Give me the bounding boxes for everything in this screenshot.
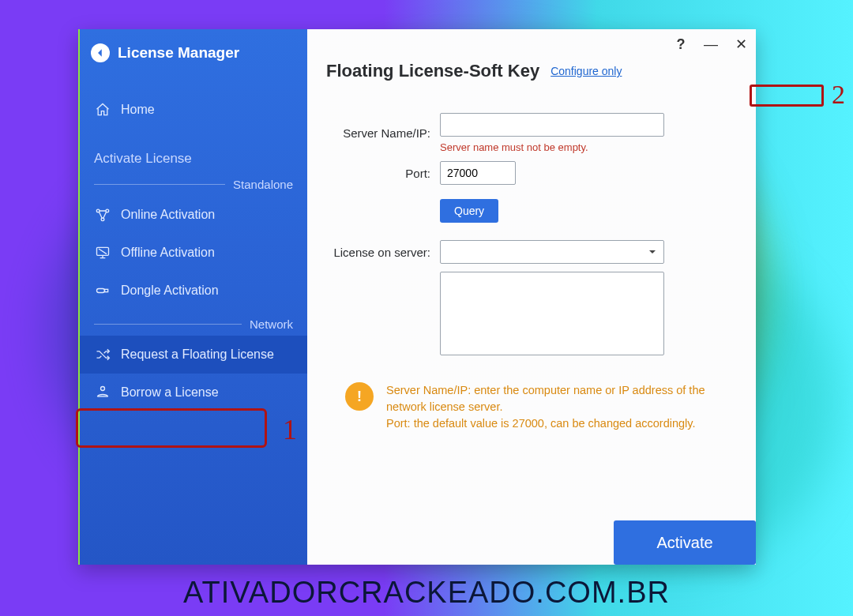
divider-label: Standalone: [233, 178, 293, 191]
usb-dongle-icon: [94, 283, 111, 299]
license-manager-window: License Manager Home Activate License St…: [78, 29, 756, 565]
hint-line-1: Server Name/IP: enter the computer name …: [386, 382, 743, 415]
chevron-down-icon: [648, 246, 657, 259]
svg-point-6: [101, 387, 105, 391]
port-label: Port:: [326, 167, 430, 180]
sidebar-item-label: Online Activation: [121, 208, 215, 222]
sidebar: License Manager Home Activate License St…: [80, 29, 307, 565]
sidebar-item-online-activation[interactable]: Online Activation: [80, 196, 307, 234]
main-pane: ? — ✕ Floating License-Soft Key Configur…: [307, 29, 756, 565]
window-controls: ? — ✕: [674, 37, 748, 51]
license-detail-box: [440, 272, 664, 355]
query-button[interactable]: Query: [440, 199, 498, 223]
help-button[interactable]: ?: [674, 37, 688, 51]
hint-line-2: Port: the default value is 27000, can be…: [386, 415, 743, 432]
annotation-number-1: 1: [283, 413, 297, 446]
network-icon: [94, 207, 111, 223]
license-select[interactable]: [440, 240, 664, 264]
sidebar-item-dongle-activation[interactable]: Dongle Activation: [80, 272, 307, 310]
home-icon: [94, 102, 111, 118]
sidebar-item-home[interactable]: Home: [80, 91, 307, 129]
sidebar-item-label: Dongle Activation: [121, 284, 219, 298]
svg-rect-5: [105, 289, 108, 291]
sidebar-divider-standalone: Standalone: [80, 170, 307, 196]
sidebar-divider-network: Network: [80, 310, 307, 336]
page-title: Floating License-Soft Key: [326, 61, 539, 81]
back-icon[interactable]: [91, 43, 110, 62]
sidebar-item-label: Request a Floating License: [121, 347, 274, 362]
sidebar-item-label: Home: [121, 103, 155, 117]
hand-give-icon: [94, 385, 111, 400]
server-label: Server Name/IP:: [326, 126, 430, 140]
sidebar-item-request-floating[interactable]: Request a Floating License: [80, 336, 307, 374]
monitor-off-icon: [94, 245, 111, 261]
sidebar-header: License Manager: [80, 43, 307, 80]
activation-form: Server Name/IP: Server name must not be …: [307, 85, 756, 355]
sidebar-item-borrow-license[interactable]: Borrow a License: [80, 374, 307, 411]
license-on-server-label: License on server:: [326, 246, 430, 259]
info-warning-icon: !: [345, 382, 374, 411]
minimize-button[interactable]: —: [704, 37, 718, 51]
configure-only-link[interactable]: Configure only: [546, 64, 626, 78]
activate-button[interactable]: Activate: [614, 520, 756, 565]
sidebar-item-label: Offline Activation: [121, 246, 215, 260]
close-button[interactable]: ✕: [734, 37, 748, 51]
server-validation-message: Server name must not be empty.: [440, 141, 664, 153]
shuffle-icon: [94, 347, 111, 362]
annotation-box-1: [76, 408, 267, 448]
svg-rect-4: [97, 289, 105, 293]
hint-panel: ! Server Name/IP: enter the computer nam…: [307, 363, 756, 432]
sidebar-item-label: Borrow a License: [121, 385, 219, 400]
watermark-text: ATIVADORCRACKEADO.COM.BR: [0, 576, 853, 610]
window-title: License Manager: [118, 44, 239, 62]
divider-label: Network: [250, 317, 293, 331]
port-input[interactable]: [440, 161, 516, 185]
server-name-input[interactable]: [440, 113, 664, 137]
sidebar-item-offline-activation[interactable]: Offline Activation: [80, 234, 307, 272]
sidebar-section-activate: Activate License: [80, 140, 307, 170]
svg-point-2: [101, 218, 104, 221]
